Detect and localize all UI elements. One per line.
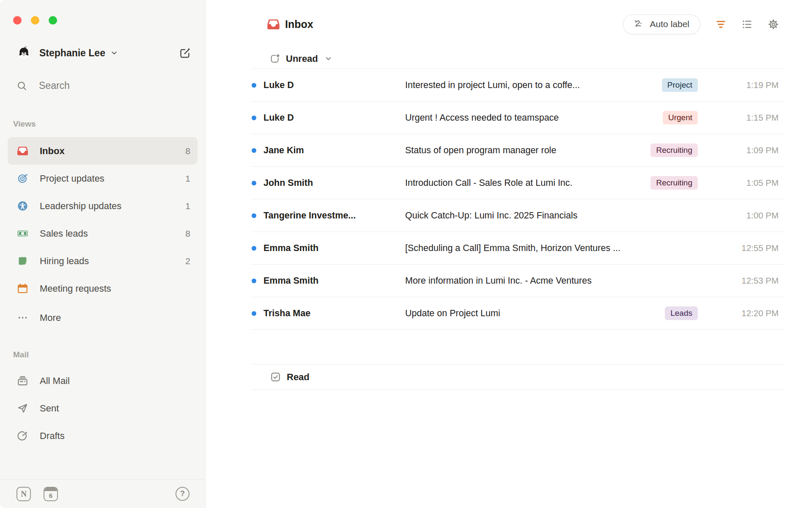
- inbox-icon: [17, 145, 28, 157]
- unread-dot: [252, 83, 256, 88]
- unread-icon: [270, 53, 280, 64]
- ellipsis-icon: [17, 312, 28, 323]
- sidebar-item-drafts[interactable]: Drafts: [8, 422, 198, 450]
- email-sender: Luke D: [263, 113, 405, 123]
- filter-icon[interactable]: [715, 19, 727, 30]
- account-switcher[interactable]: Stephanie Lee: [0, 44, 205, 61]
- email-time: 1:00 PM: [706, 210, 785, 221]
- email-subject: Introduction Call - Sales Role at Lumi I…: [405, 178, 650, 188]
- views-list: Inbox 8 Project updates 1 Leadership upd…: [0, 137, 205, 331]
- sidebar-item-all-mail[interactable]: All Mail: [8, 367, 198, 395]
- auto-label-button[interactable]: Auto label: [623, 14, 700, 34]
- window-controls: [0, 0, 205, 25]
- email-list: Unread Luke D Interested in project Lumi…: [251, 49, 785, 390]
- email-subject: Quick Catch-Up: Lumi Inc. 2025 Financial…: [405, 210, 706, 221]
- chevron-down-icon: [324, 55, 332, 63]
- mail-section-label: Mail: [0, 350, 205, 359]
- unread-dot: [252, 279, 256, 283]
- read-label: Read: [287, 372, 310, 383]
- auto-label-wand-icon: [634, 19, 645, 30]
- email-time: 1:05 PM: [706, 178, 785, 188]
- email-tag: Recruiting: [650, 144, 698, 157]
- draft-icon: [17, 430, 28, 442]
- email-row[interactable]: John Smith Introduction Call - Sales Rol…: [251, 167, 785, 199]
- email-time: 12:20 PM: [706, 308, 785, 318]
- search-label: Search: [39, 80, 70, 91]
- close-window-button[interactable]: [13, 16, 22, 25]
- email-sender: John Smith: [263, 178, 405, 188]
- read-section: Read: [251, 364, 785, 390]
- calendar-badge-top: [44, 488, 57, 491]
- unread-dot: [252, 148, 256, 153]
- unread-dot: [252, 311, 256, 316]
- send-icon: [17, 403, 28, 414]
- email-subject: More information in Lumi Inc. - Acme Ven…: [405, 276, 706, 286]
- mail-list: All Mail Sent Drafts: [0, 367, 205, 450]
- email-sender: Luke D: [263, 80, 405, 91]
- minimize-window-button[interactable]: [31, 16, 39, 25]
- email-subject: Urgent ! Access needed to teamspace: [405, 113, 663, 123]
- zoom-window-button[interactable]: [49, 16, 57, 25]
- page-title: Inbox: [285, 18, 313, 30]
- all-mail-icon: [17, 375, 28, 387]
- email-time: 1:15 PM: [706, 113, 785, 123]
- search-icon: [16, 80, 27, 91]
- toolbar: Auto label: [623, 14, 779, 34]
- unread-dot: [252, 116, 256, 120]
- help-button[interactable]: ?: [176, 487, 189, 501]
- email-row[interactable]: Tangerine Investme... Quick Catch-Up: Lu…: [251, 199, 785, 232]
- email-sender: Emma Smith: [263, 276, 405, 286]
- accessibility-icon: [17, 200, 28, 212]
- email-sender: Trisha Mae: [263, 308, 405, 319]
- target-icon: [17, 173, 28, 184]
- sidebar-item-project-updates[interactable]: Project updates 1: [8, 165, 198, 192]
- sidebar-item-sales-leads[interactable]: Sales leads 8: [8, 220, 198, 247]
- email-row[interactable]: Trisha Mae Update on Project Lumi Leads …: [251, 297, 785, 330]
- chevron-down-icon: [110, 49, 118, 57]
- notion-logo-badge[interactable]: N: [16, 487, 31, 501]
- email-row[interactable]: Emma Smith More information in Lumi Inc.…: [251, 265, 785, 297]
- unread-section-header[interactable]: Unread: [251, 49, 785, 69]
- calendar-icon: [17, 283, 28, 294]
- search-button[interactable]: Search: [0, 77, 205, 94]
- sidebar-item-leadership-updates[interactable]: Leadership updates 1: [8, 192, 198, 220]
- compose-button[interactable]: [179, 47, 191, 59]
- sidebar-item-more[interactable]: More: [8, 304, 198, 331]
- email-row[interactable]: Jane Kim Status of open program manager …: [251, 134, 785, 167]
- email-sender: Emma Smith: [263, 243, 405, 254]
- email-row[interactable]: Luke D Urgent ! Access needed to teamspa…: [251, 102, 785, 134]
- sidebar-item-inbox[interactable]: Inbox 8: [8, 137, 198, 165]
- sidebar-item-meeting-requests[interactable]: Meeting requests: [8, 275, 198, 302]
- sidebar-item-sent[interactable]: Sent: [8, 395, 198, 422]
- item-count: 8: [185, 229, 190, 239]
- list-view-icon[interactable]: [741, 19, 753, 30]
- avatar: [16, 46, 31, 61]
- user-name: Stephanie Lee: [39, 47, 105, 59]
- inbox-icon: [267, 18, 280, 31]
- email-row[interactable]: Emma Smith [Scheduling a Call] Emma Smit…: [251, 232, 785, 265]
- email-row[interactable]: Luke D Interested in project Lumi, open …: [251, 69, 785, 102]
- read-section-header[interactable]: Read: [251, 364, 785, 390]
- email-tag: Leads: [665, 306, 698, 320]
- email-time: 12:55 PM: [706, 243, 785, 253]
- gear-icon[interactable]: [768, 19, 779, 30]
- calendar-badge[interactable]: 6: [44, 487, 58, 501]
- item-count: 2: [185, 256, 190, 266]
- email-sender: Tangerine Investme...: [263, 210, 405, 221]
- email-subject: Update on Project Lumi: [405, 308, 665, 319]
- checkbox-checked-icon: [270, 371, 281, 383]
- unread-dot: [252, 246, 256, 251]
- item-count: 8: [185, 146, 190, 156]
- unread-dot: [252, 181, 256, 185]
- email-rows: Luke D Interested in project Lumi, open …: [251, 69, 785, 330]
- money-icon: [17, 228, 28, 239]
- sidebar-footer: N 6 ?: [0, 479, 205, 508]
- email-subject: Interested in project Lumi, open to a co…: [405, 80, 662, 91]
- main-header: Inbox Auto label: [206, 0, 812, 34]
- email-time: 1:09 PM: [706, 145, 785, 155]
- main-content: Inbox Auto label: [206, 0, 812, 508]
- email-subject: [Scheduling a Call] Emma Smith, Horizon …: [405, 243, 706, 254]
- sidebar-item-hiring-leads[interactable]: Hiring leads 2: [8, 247, 198, 275]
- email-tag: Recruiting: [650, 176, 698, 190]
- item-count: 1: [185, 201, 190, 211]
